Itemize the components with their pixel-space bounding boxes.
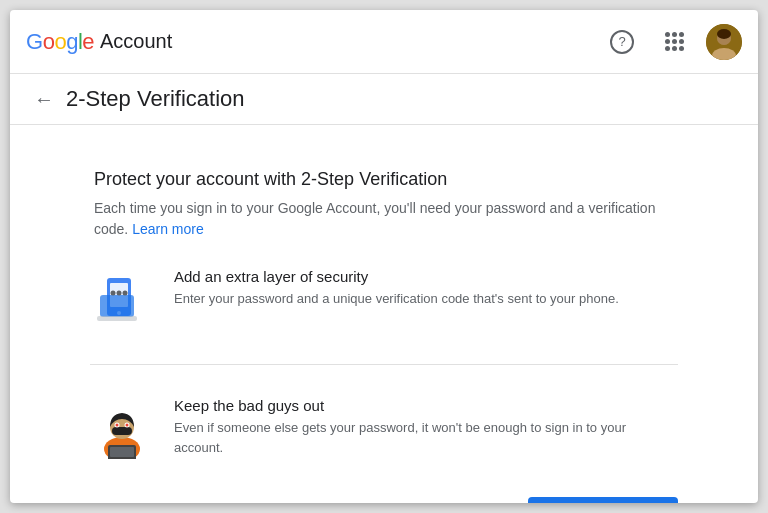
feature-text-security: Add an extra layer of security Enter you… [174, 268, 619, 309]
security-icon [92, 270, 152, 330]
svg-point-32 [116, 424, 119, 427]
divider [90, 364, 678, 365]
bad-guys-icon-area [90, 397, 154, 461]
svg-point-4 [717, 29, 731, 39]
feature-title-bad-guys: Keep the bad guys out [174, 397, 678, 414]
feature-text-bad-guys: Keep the bad guys out Even if someone el… [174, 397, 678, 457]
svg-point-25 [117, 291, 122, 296]
page-title-bar: ← 2-Step Verification [10, 74, 758, 125]
google-logo: Google [26, 29, 94, 55]
feature-desc-security: Enter your password and a unique verific… [174, 289, 619, 309]
svg-rect-23 [97, 316, 137, 321]
bad-guys-icon [92, 399, 152, 459]
apps-button[interactable] [654, 22, 694, 62]
svg-point-33 [126, 424, 129, 427]
feature-title-security: Add an extra layer of security [174, 268, 619, 285]
svg-rect-22 [100, 295, 134, 317]
feature-desc-bad-guys: Even if someone else gets your password,… [174, 418, 678, 457]
logo-area: Google Account [26, 29, 172, 55]
avatar[interactable] [706, 24, 742, 60]
top-nav-bar: Google Account ? [10, 10, 758, 74]
svg-rect-29 [112, 427, 132, 435]
top-bar-actions: ? [602, 22, 742, 62]
svg-rect-35 [110, 447, 134, 457]
info-description: Each time you sign in to your Google Acc… [94, 198, 674, 240]
account-label: Account [100, 30, 172, 53]
help-button[interactable]: ? [602, 22, 642, 62]
help-icon: ? [610, 30, 634, 54]
info-title: Protect your account with 2-Step Verific… [94, 169, 674, 190]
feature-row-bad-guys: Keep the bad guys out Even if someone el… [90, 389, 678, 469]
apps-grid-icon [665, 32, 684, 51]
page-title: 2-Step Verification [66, 86, 245, 112]
security-icon-area [90, 268, 154, 332]
svg-point-24 [111, 291, 116, 296]
learn-more-link[interactable]: Learn more [132, 221, 204, 237]
browser-frame: Google Account ? [10, 10, 758, 503]
get-started-button[interactable]: GET STARTED [528, 497, 678, 503]
back-button[interactable]: ← [34, 88, 54, 111]
avatar-image [706, 24, 742, 60]
bottom-action: GET STARTED [90, 489, 678, 503]
svg-point-26 [123, 291, 128, 296]
info-section: Protect your account with 2-Step Verific… [90, 169, 678, 240]
main-content: Protect your account with 2-Step Verific… [10, 125, 758, 503]
feature-row-security: Add an extra layer of security Enter you… [90, 260, 678, 340]
